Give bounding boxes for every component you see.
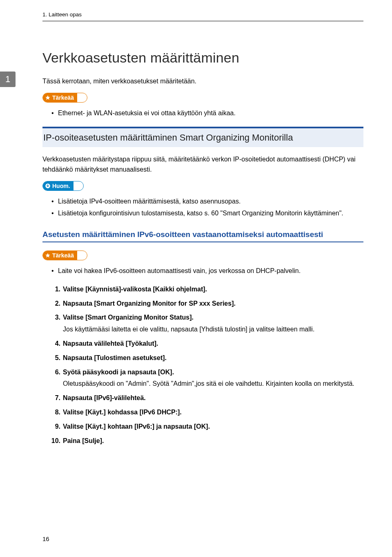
step-note: Oletuspääsykoodi on "Admin". Syötä "Admi…: [63, 379, 363, 389]
step-main: Syötä pääsykoodi ja napsauta [OK].: [63, 369, 174, 376]
step-main: Paina [Sulje].: [63, 437, 104, 444]
svg-marker-0: [45, 95, 50, 100]
important-badge: Tärkeää: [42, 93, 87, 103]
top-bullet-list: Ethernet- ja WLAN-asetuksia ei voi ottaa…: [42, 108, 363, 119]
list-item: Lisätietoja IPv4-osoitteen määrittämises…: [51, 197, 363, 207]
step-item: Napsauta välilehteä [Työkalut].: [51, 339, 363, 349]
note-bullet-list: Lisätietoja IPv4-osoitteen määrittämises…: [42, 197, 363, 219]
step-item: Napsauta [Tulostimen asetukset].: [51, 353, 363, 363]
step-main: Valitse [Käynnistä]-valikosta [Kaikki oh…: [63, 286, 207, 293]
section-heading: IP-osoiteasetusten määrittäminen Smart O…: [42, 128, 363, 147]
step-item: Valitse [Käyt.] kohtaan [IPv6:] ja napsa…: [51, 422, 363, 432]
arrow-down-icon: [45, 183, 51, 189]
step-item: Valitse [Käyt.] kohdassa [IPv6 DHCP:].: [51, 407, 363, 418]
steps-list: Valitse [Käynnistä]-valikosta [Kaikki oh…: [42, 284, 363, 446]
note-label: Huom.: [52, 183, 70, 189]
step-item: Valitse [Käynnistä]-valikosta [Kaikki oh…: [51, 284, 363, 295]
chapter-tab: 1: [0, 72, 16, 87]
important-label: Tärkeää: [52, 94, 74, 101]
star-icon: [45, 95, 51, 101]
list-item: Laite voi hakea IPv6-osoitteen automaatt…: [51, 266, 363, 276]
section-paragraph: Verkkoasetusten määritystapa riippuu sii…: [42, 154, 363, 175]
step-item: Valitse [Smart Organizing Monitor Status…: [51, 313, 363, 335]
step-main: Napsauta välilehteä [Työkalut].: [63, 340, 158, 347]
step-main: Valitse [Smart Organizing Monitor Status…: [63, 314, 194, 321]
star-icon: [45, 252, 51, 258]
sub-bullet-list: Laite voi hakea IPv6-osoitteen automaatt…: [42, 266, 363, 276]
subsection-heading: Asetusten määrittäminen IPv6-osoitteen v…: [42, 230, 363, 242]
step-main: Napsauta [Smart Organizing Monitor for S…: [63, 300, 236, 307]
list-item: Ethernet- ja WLAN-asetuksia ei voi ottaa…: [51, 108, 363, 119]
chapter-label: 1. Laitteen opas: [42, 0, 363, 21]
step-item: Napsauta [Smart Organizing Monitor for S…: [51, 299, 363, 309]
step-item: Syötä pääsykoodi ja napsauta [OK].Oletus…: [51, 367, 363, 389]
step-main: Valitse [Käyt.] kohtaan [IPv6:] ja napsa…: [63, 423, 210, 430]
important-label: Tärkeää: [52, 252, 74, 259]
step-note: Jos käyttämääsi laitetta ei ole valittu,…: [63, 324, 363, 335]
page-title: Verkkoasetusten määrittäminen: [42, 50, 363, 66]
list-item: Lisätietoja konfigurointisivun tulostami…: [51, 208, 363, 219]
step-main: Napsauta [Tulostimen asetukset].: [63, 354, 167, 361]
step-main: Napsauta [IPv6]-välilehteä.: [63, 394, 146, 401]
intro-text: Tässä kerrotaan, miten verkkoasetukset m…: [42, 76, 363, 86]
note-badge: Huom.: [42, 181, 84, 191]
step-item: Napsauta [IPv6]-välilehteä.: [51, 393, 363, 403]
step-item: Paina [Sulje].: [51, 436, 363, 446]
important-badge: Tärkeää: [42, 251, 87, 260]
header-rule: [42, 21, 363, 21]
step-main: Valitse [Käyt.] kohdassa [IPv6 DHCP:].: [63, 409, 182, 416]
page-number: 16: [42, 535, 49, 542]
svg-marker-2: [45, 253, 50, 257]
